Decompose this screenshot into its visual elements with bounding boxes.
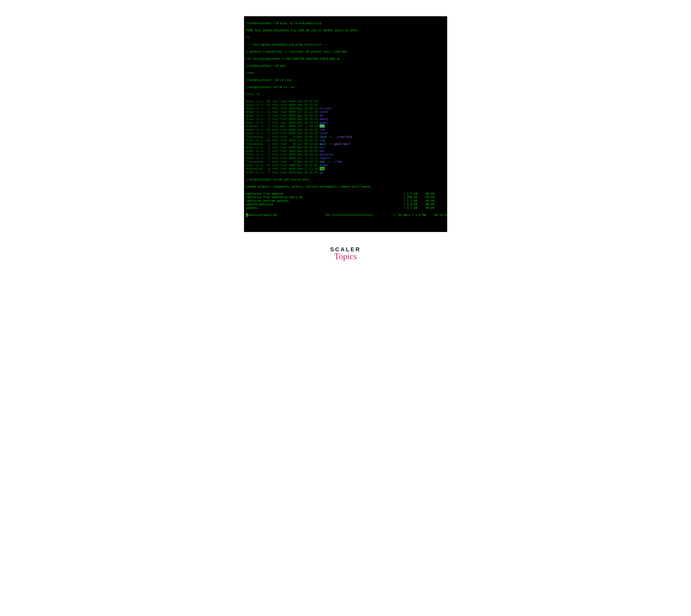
- terminal-window[interactable]: [root@localhost ~]# ping -q fa.wikipedia…: [244, 16, 447, 232]
- ls-row: drwxr-xr-x. 14 root root 4096 Sep 14 20:…: [246, 139, 445, 142]
- prompt-line: [root@localhost var]# yum search wiki: [246, 178, 445, 181]
- yum-row: rpmfusion-free-updates | 2.7 kB 00:00: [246, 192, 445, 196]
- ping-stats-1: 1 packets transmitted, 1 received, 0% pa…: [246, 50, 445, 53]
- prompt-line: [root@localhost ~]# ping -q fa.wikipedia…: [246, 22, 445, 25]
- yum-row: rpmfusion-nonfree-updates | 2.7 kB 00:00: [246, 199, 445, 203]
- ls-row: lrwxrwxrwx. 1 root root 10 Jul 30 22:43 …: [246, 142, 445, 146]
- ping-stats-header: --- text.pmtpa.wikimedia.org ping statis…: [246, 43, 445, 46]
- prompt-line: [root@localhost ~]# cd /var: [246, 78, 445, 82]
- yum-plugins: Loaded plugins: langpacks, presto, refre…: [246, 185, 445, 189]
- yum-repo-list: rpmfusion-free-updates | 2.7 kB 00:00rpm…: [246, 192, 445, 210]
- ls-row: drwxr-xr-x. 2 root root 4096 Jul 1 22:11…: [246, 156, 445, 160]
- prompt-line: [root@localhost var]# ls -la: [246, 85, 445, 89]
- pwd-output: /root: [246, 71, 445, 75]
- yum-progress: updates/primary_db 73% [================…: [246, 213, 445, 217]
- ls-row: drwxr-xr-x. 3 root root 4096 May 18 16:0…: [246, 114, 445, 117]
- ls-row: drwxr-xr-x. 14 root root 4096 May 18 16:…: [246, 163, 445, 167]
- ls-row: drwxr-xr-x. 23 root root 4096 Sep 14 20:…: [246, 103, 445, 107]
- yum-row: updates | 4.7 kB 00:00: [246, 206, 445, 210]
- ls-row: drwxrwx--T. 2 root gdm 4096 Jun 2 18:39 …: [246, 125, 445, 128]
- ls-total: total 72: [246, 92, 445, 96]
- yum-row: updates/metalink | 5.9 kB 00:00: [246, 202, 445, 206]
- prompt-line: [root@localhost ~]# pwd: [246, 64, 445, 68]
- ls-row: drwxr-xr-x. 38 root root 4096 May 18 16:…: [246, 128, 445, 132]
- ls-row: drwxr-xr-x. 2 root root 4096 May 14 00:1…: [246, 107, 445, 110]
- yum-row: rpmfusion-free-updates/primary_db | 206 …: [246, 195, 445, 199]
- ping-stats-2: rtt min/avg/max/mdev = 540.528/540.528/5…: [246, 57, 445, 61]
- scaler-logo-bottom: Topics: [230, 251, 461, 261]
- ls-row: drwxr-xr-x. 11 root root 4096 Jul 31 22:…: [246, 110, 445, 114]
- page-container: [root@localhost ~]# ping -q fa.wikipedia…: [230, 0, 461, 273]
- ls-row: drwxr-xr-x. 2 root root 4096 May 18 16:0…: [246, 132, 445, 135]
- scaler-logo: SCALER Topics: [230, 246, 461, 261]
- ping-header: PING text.pmtpa.wikimedia.org (208.80.15…: [246, 29, 445, 32]
- ls-row: lrwxrwxrwx. 1 root root 11 May 14 00:12 …: [246, 135, 445, 139]
- ls-row: drwxr-xr-x. 2 root root 4096 May 18 16:0…: [246, 149, 445, 153]
- ls-row: drwxr-xr-x. 18 root root 4096 Jul 30 22:…: [246, 100, 445, 103]
- ls-row: lrwxrwxrwx. 1 root root 6 May 14 00:12 r…: [246, 160, 445, 163]
- ls-row: drwxrwxrwt. 4 root root 4096 Sep 12 23:5…: [246, 167, 445, 171]
- ls-row: drwxr-xr-x. 2 root root 4096 May 18 16:0…: [246, 146, 445, 149]
- ls-row: drwxr-xr-x. 3 root root 4096 May 18 16:0…: [246, 117, 445, 121]
- ls-row: drwxr-xr-x. 2 root root 4096 May 18 16:0…: [246, 171, 445, 174]
- ls-listing: drwxr-xr-x. 18 root root 4096 Jul 30 22:…: [246, 100, 445, 174]
- ping-interrupt: ^C: [246, 36, 445, 39]
- ls-row: drwxr-xr-x. 2 root root 4096 May 18 16:0…: [246, 121, 445, 125]
- ls-row: drwxr-xr-x. 2 root root 4096 May 18 16:0…: [246, 153, 445, 156]
